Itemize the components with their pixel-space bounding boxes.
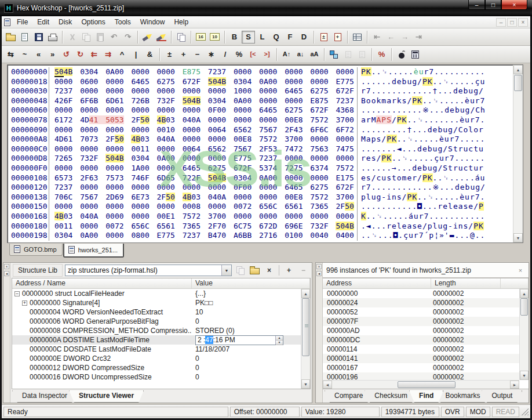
column-header-value[interactable]: Value xyxy=(192,278,310,288)
hex-bytes[interactable]: 0011 0000 0072 656C 6561 7365 2F70 6C75 … xyxy=(54,222,357,231)
structure-row[interactable]: 00000006 WORD GeneralPurposeBitFlag0 xyxy=(12,317,310,326)
first-document-button[interactable]: ⇤ xyxy=(370,31,384,44)
ascii-bytes[interactable]: plug-ins/PK..␊.....èur7. xyxy=(357,193,513,202)
structure-copy-button[interactable] xyxy=(234,265,246,276)
scroll-thumb[interactable] xyxy=(398,381,456,388)
ascii-bytes[interactable]: ............※...debug/Ch xyxy=(357,106,513,115)
find-vertical-scrollbar[interactable]: ▲ ▼ xyxy=(519,289,529,380)
ascii-bytes[interactable]: ...........◘...release/P xyxy=(357,202,513,212)
structure-open-button[interactable] xyxy=(249,265,261,276)
close-icon[interactable]: × xyxy=(516,267,525,274)
tab-data-inspector[interactable]: Data Inspector xyxy=(12,390,77,403)
word-view-button[interactable]: S xyxy=(242,31,255,44)
hex-bytes[interactable]: 0000 0000 0000 0000 0010 0000 0064 6562 … xyxy=(54,125,357,135)
column-header-length[interactable]: Length xyxy=(431,278,501,288)
structure-collapse-icon[interactable]: ◂ xyxy=(4,271,9,276)
structure-row[interactable]: 0000000A DOSTIME LastModFileTime2 :47:16… xyxy=(12,335,310,345)
menu-disk[interactable]: Disk xyxy=(54,17,76,27)
structure-row[interactable]: −00000000 struct LocalFileHeader{...} xyxy=(12,289,310,298)
ascii-bytes[interactable]: r7............†...debug/ xyxy=(357,86,513,96)
ascii-bytes[interactable]: Maps/PK..␊.....èur7..... xyxy=(357,135,513,144)
ascii-bytes[interactable]: .........†...debug/Color xyxy=(357,125,513,135)
structure-combo[interactable]: zip structures (zip-format.hsl) ▼ xyxy=(65,265,232,276)
menu-file[interactable]: File xyxy=(12,17,32,27)
ascii-bytes[interactable]: ..␊...◘.çur7´p¦»'▬...@.. xyxy=(357,231,513,241)
quad-view-button[interactable]: Q xyxy=(269,31,283,44)
divide-button[interactable]: / xyxy=(218,48,232,61)
shift-right-carry-button[interactable]: ⇉ xyxy=(101,48,115,61)
structure-row[interactable]: +00000000 Signature[4]PK□□ xyxy=(12,298,310,307)
save-button[interactable] xyxy=(32,31,45,44)
follow-pointer-button[interactable] xyxy=(341,48,355,61)
hex-bytes[interactable]: 706C 7567 2D69 6E73 2F50 4B03 040A 0000 … xyxy=(54,193,357,202)
scroll-up-icon[interactable]: ▲ xyxy=(520,289,529,298)
modulus-button[interactable]: % xyxy=(232,48,246,61)
scroll-left-icon[interactable]: ◄ xyxy=(323,381,332,389)
hex-vertical-scrollbar[interactable]: ▲ ▼ xyxy=(513,65,523,242)
hex-bytes[interactable]: 426F 6F6B 6D61 726B 732F 504B 0304 0A00 … xyxy=(54,96,357,106)
hex-bytes[interactable]: 6573 2F63 7573 746F 6D65 722F 504B 0304 … xyxy=(54,173,357,183)
ascii-bytes[interactable]: r7............※...debug/ xyxy=(357,183,513,193)
hex-bytes[interactable]: 7265 732F 504B 0304 0A00 0000 0000 E775 … xyxy=(54,154,357,164)
ascii-bytes[interactable]: .......◄...debug/Structu xyxy=(357,144,513,154)
structure-add-button[interactable]: + xyxy=(283,265,295,276)
follow-pointer-alt-button[interactable] xyxy=(355,48,369,61)
float-view-button[interactable]: F xyxy=(283,31,297,44)
ascii-bytes[interactable]: PK..␊.....èur7.......... xyxy=(357,67,513,77)
byte-view-button[interactable]: B xyxy=(228,31,241,44)
status-mod[interactable]: MOD xyxy=(466,407,490,417)
jump-offset-button[interactable] xyxy=(327,48,341,61)
structure-row[interactable]: 0000000E DWORD Crc320 xyxy=(12,354,310,363)
copy-special-button[interactable] xyxy=(174,31,188,44)
structure-vertical-scrollbar[interactable]: ▲ ▼ xyxy=(301,289,310,389)
last-document-button[interactable]: ⇥ xyxy=(412,31,425,44)
edit-bookmark-button[interactable]: ± xyxy=(317,31,330,44)
find-collapse-icon[interactable]: ◂ xyxy=(316,271,322,276)
block-start-button[interactable]: [< xyxy=(246,48,260,61)
ascii-bytes[interactable]: .◄...release/plug-ins/PK xyxy=(357,222,513,231)
menu-help[interactable]: Help xyxy=(169,17,193,27)
next-document-button[interactable]: → xyxy=(398,31,411,44)
hex-bytes[interactable]: 0000 0000 0000 0000 0000 0000 0F00 0000 … xyxy=(54,106,357,115)
find-result-row[interactable]: 0000016700000002 xyxy=(323,363,529,372)
scroll-thumb[interactable] xyxy=(520,298,528,316)
doc-tab-hworks-251-[interactable]: hworks_251... xyxy=(63,244,124,258)
checksum-generate-button[interactable] xyxy=(395,48,408,61)
hex-editor[interactable]: 00000000504B 0304 0A00 0000 0000 E875 72… xyxy=(7,64,523,243)
hex-bytes[interactable]: 4B03 040A 0000 0000 00E1 7572 3700 0000 … xyxy=(54,212,357,222)
find-result-row[interactable]: 0000007F00000002 xyxy=(323,317,529,326)
paste-button[interactable] xyxy=(93,31,107,44)
ascii-bytes[interactable]: arMAPS/PK..␊.......èur7. xyxy=(357,115,513,125)
tab-structure-viewer[interactable]: Structure Viewer xyxy=(69,390,144,403)
menu-options[interactable]: Options xyxy=(76,17,110,27)
hex-bytes[interactable]: 7237 0000 0000 0000 0000 0000 0000 1000 … xyxy=(54,86,357,96)
open-special-button[interactable] xyxy=(18,31,31,44)
document-icon[interactable] xyxy=(4,19,10,26)
add-button[interactable]: + xyxy=(177,48,190,61)
hex-bytes[interactable]: 0000 0000 0000 0011 0000 0064 6562 7567 … xyxy=(54,144,357,154)
hex-bytes[interactable]: 0304 0A00 0000 0800 E775 7237 B470 A6BB … xyxy=(54,231,357,241)
ascii-bytes[interactable]: K..␊.....áur7........... xyxy=(357,212,513,222)
xor-button[interactable]: ^ xyxy=(115,48,129,61)
or-button[interactable]: | xyxy=(129,48,143,61)
structure-row[interactable]: 00000008 COMPRESSION_METHOD Compressio..… xyxy=(12,326,310,335)
hex-bytes[interactable]: 504B 0304 0A00 0000 0000 E875 7237 0000 … xyxy=(54,67,357,77)
expand-icon[interactable]: + xyxy=(22,300,27,306)
hex-bytes[interactable]: 6172 4D41 5053 2F50 4B03 040A 0000 0000 … xyxy=(54,115,357,125)
redo-button[interactable]: ↷ xyxy=(121,31,134,44)
add-bookmark-button[interactable]: + xyxy=(331,31,344,44)
subtract-button[interactable]: − xyxy=(191,48,204,61)
time-editor[interactable]: 2 :47:16 PM▲▼ xyxy=(195,335,283,345)
tab-bookmarks[interactable]: Bookmarks xyxy=(435,390,490,403)
find-next-button[interactable] xyxy=(155,31,168,44)
find-result-row[interactable]: 0000019600000002 xyxy=(323,372,529,380)
scroll-up-icon[interactable]: ▲ xyxy=(513,65,523,74)
multiply-button[interactable]: ∗ xyxy=(205,48,218,61)
find-result-row[interactable]: 0000011400000002 xyxy=(323,345,529,354)
lowercase-button[interactable]: a↓ xyxy=(294,48,307,61)
status-ovr[interactable]: OVR xyxy=(441,407,464,417)
find-result-row[interactable]: 0000005200000002 xyxy=(323,307,529,317)
uppercase-button[interactable]: A↑ xyxy=(280,48,293,61)
find-close-icon[interactable]: × xyxy=(316,264,322,269)
ascii-bytes[interactable]: res/PK..␊.....çur7...... xyxy=(357,154,513,164)
